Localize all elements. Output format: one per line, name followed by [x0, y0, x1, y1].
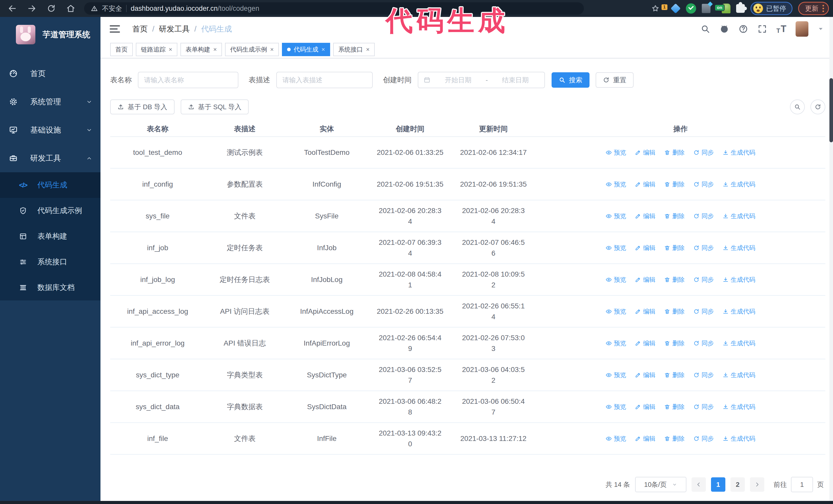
sync-link[interactable]: 同步	[693, 307, 714, 316]
preview-link[interactable]: 预览	[606, 212, 626, 221]
page-button-2[interactable]: 2	[731, 477, 745, 492]
sync-link[interactable]: 同步	[693, 434, 714, 443]
generate-code-link[interactable]: 生成代码	[722, 180, 755, 189]
goto-page-input[interactable]	[791, 477, 813, 492]
delete-link[interactable]: 删除	[664, 148, 685, 157]
preview-link[interactable]: 预览	[606, 243, 626, 253]
close-icon[interactable]: ×	[169, 46, 172, 52]
delete-link[interactable]: 删除	[664, 402, 685, 411]
generate-code-link[interactable]: 生成代码	[722, 243, 755, 253]
generate-code-link[interactable]: 生成代码	[722, 212, 755, 221]
generate-code-link[interactable]: 生成代码	[722, 339, 755, 348]
bookmark-star-icon[interactable]	[651, 4, 660, 13]
extension-columns-icon[interactable]	[702, 4, 711, 13]
sync-link[interactable]: 同步	[693, 148, 714, 157]
edit-link[interactable]: 编辑	[635, 370, 656, 380]
import-sql-button[interactable]: 基于 SQL 导入	[181, 99, 249, 114]
delete-link[interactable]: 删除	[664, 275, 685, 284]
user-avatar[interactable]	[795, 21, 808, 37]
fullscreen-icon[interactable]	[757, 24, 767, 34]
home-icon[interactable]	[66, 4, 75, 13]
delete-link[interactable]: 删除	[664, 434, 685, 443]
close-icon[interactable]: ×	[213, 46, 217, 52]
help-icon[interactable]	[738, 24, 748, 34]
sidebar-item-system-management[interactable]: 系统管理	[0, 88, 100, 116]
edit-link[interactable]: 编辑	[635, 275, 656, 284]
preview-link[interactable]: 预览	[606, 402, 626, 411]
table-desc-input[interactable]	[277, 72, 372, 88]
sidebar-item-system-api[interactable]: 系统接口	[0, 249, 100, 275]
start-date-input[interactable]	[434, 72, 482, 88]
extension-check-icon[interactable]	[686, 3, 696, 14]
generate-code-link[interactable]: 生成代码	[722, 402, 755, 411]
sidebar-item-code-generation[interactable]: </> 代码生成	[0, 172, 100, 198]
delete-link[interactable]: 删除	[664, 212, 685, 221]
edit-link[interactable]: 编辑	[635, 180, 656, 189]
url-path[interactable]: /tool/codegen	[218, 5, 259, 12]
delete-link[interactable]: 删除	[664, 180, 685, 189]
extensions-puzzle-icon[interactable]	[736, 4, 745, 13]
sidebar-item-code-generation-example[interactable]: 代码生成示例	[0, 198, 100, 223]
edit-link[interactable]: 编辑	[635, 339, 656, 348]
next-page-button[interactable]	[750, 477, 764, 492]
preview-link[interactable]: 预览	[606, 307, 626, 316]
page-scrollbar-thumb[interactable]	[829, 78, 833, 142]
tab-home[interactable]: 首页	[110, 43, 133, 56]
preview-link[interactable]: 预览	[606, 180, 626, 189]
generate-code-link[interactable]: 生成代码	[722, 307, 755, 316]
app-logo[interactable]: 芋道管理系统	[0, 21, 100, 49]
profile-paused-badge[interactable]: 已暂停	[751, 2, 792, 15]
edit-link[interactable]: 编辑	[635, 212, 656, 221]
breadcrumb-home[interactable]: 首页	[132, 24, 148, 34]
refresh-table-button[interactable]	[810, 99, 825, 114]
generate-code-link[interactable]: 生成代码	[722, 148, 755, 157]
sync-link[interactable]: 同步	[693, 243, 714, 253]
delete-link[interactable]: 删除	[664, 243, 685, 253]
close-icon[interactable]: ×	[270, 46, 274, 52]
sync-link[interactable]: 同步	[693, 212, 714, 221]
delete-link[interactable]: 删除	[664, 339, 685, 348]
edit-link[interactable]: 编辑	[635, 434, 656, 443]
tab-system-api[interactable]: 系统接口×	[333, 43, 375, 56]
search-button[interactable]: 搜索	[552, 72, 590, 88]
end-date-input[interactable]	[491, 72, 539, 88]
toggle-search-button[interactable]	[790, 99, 805, 114]
font-size-icon[interactable]: TT	[776, 24, 786, 34]
security-label[interactable]: 不安全	[102, 4, 122, 13]
security-warning-icon[interactable]	[91, 5, 98, 12]
edit-link[interactable]: 编辑	[635, 402, 656, 411]
edit-link[interactable]: 编辑	[635, 148, 656, 157]
browser-menu-icon[interactable]	[823, 5, 824, 12]
sidebar-item-database-docs[interactable]: 数据库文档	[0, 275, 100, 301]
close-icon[interactable]: ×	[322, 46, 325, 52]
reset-button[interactable]: 重置	[596, 72, 634, 88]
sidebar-item-infrastructure[interactable]: 基础设施	[0, 116, 100, 144]
sync-link[interactable]: 同步	[693, 370, 714, 380]
search-icon[interactable]	[700, 24, 710, 34]
sidebar-item-form-builder[interactable]: 表单构建	[0, 223, 100, 249]
preview-link[interactable]: 预览	[606, 370, 626, 380]
edit-link[interactable]: 编辑	[635, 243, 656, 253]
back-icon[interactable]	[8, 4, 17, 13]
table-name-input[interactable]	[138, 72, 238, 88]
sidebar-item-home[interactable]: 首页	[0, 59, 100, 88]
edit-link[interactable]: 编辑	[635, 307, 656, 316]
hamburger-icon[interactable]	[110, 25, 120, 32]
extension-gem-icon[interactable]	[670, 3, 681, 14]
address-bar[interactable]: 不安全 dashboard.yudao.iocoder.cn/tool/code…	[84, 2, 584, 15]
close-icon[interactable]: ×	[366, 46, 370, 52]
date-range-picker[interactable]: -	[418, 72, 545, 88]
sync-link[interactable]: 同步	[693, 275, 714, 284]
generate-code-link[interactable]: 生成代码	[722, 434, 755, 443]
sidebar-item-dev-tools[interactable]: 研发工具	[0, 144, 100, 172]
page-button-1[interactable]: 1	[711, 477, 725, 492]
import-db-button[interactable]: 基于 DB 导入	[110, 99, 174, 114]
github-icon[interactable]	[719, 24, 729, 34]
avatar-caret-down-icon[interactable]	[818, 26, 824, 32]
delete-link[interactable]: 删除	[664, 370, 685, 380]
tab-codegen-example[interactable]: 代码生成示例×	[225, 43, 279, 56]
sync-link[interactable]: 同步	[693, 339, 714, 348]
generate-code-link[interactable]: 生成代码	[722, 370, 755, 380]
delete-link[interactable]: 删除	[664, 307, 685, 316]
reload-icon[interactable]	[47, 4, 56, 13]
